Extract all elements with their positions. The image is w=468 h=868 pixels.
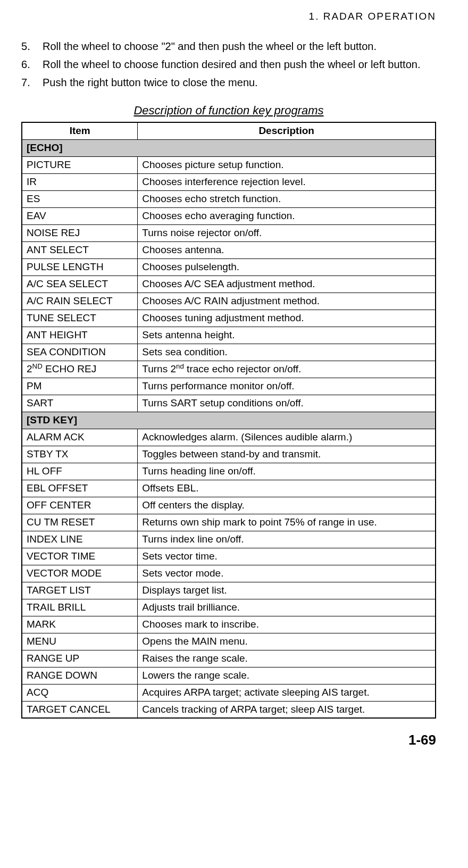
- cell-item: RANGE UP: [22, 650, 138, 667]
- step-list: Roll the wheel to choose "2" and then pu…: [21, 38, 436, 90]
- table-row: A/C SEA SELECTChooses A/C SEA adjustment…: [22, 276, 436, 293]
- table-row: PICTUREChooses picture setup function.: [22, 156, 436, 173]
- table-row: TUNE SELECTChooses tuning adjustment met…: [22, 310, 436, 327]
- cell-description: Chooses echo stretch function.: [138, 190, 436, 207]
- cell-item: TARGET LIST: [22, 582, 138, 599]
- cell-description: Chooses interference rejection level.: [138, 173, 436, 190]
- page-header: 1. RADAR OPERATION: [21, 11, 436, 22]
- col-header-item: Item: [22, 122, 138, 139]
- table-row: VECTOR MODESets vector mode.: [22, 565, 436, 582]
- cell-item: A/C SEA SELECT: [22, 276, 138, 293]
- cell-item: SEA CONDITION: [22, 344, 138, 361]
- cell-item: ALARM ACK: [22, 429, 138, 446]
- cell-description: Sets antenna height.: [138, 327, 436, 344]
- cell-item: ANT SELECT: [22, 241, 138, 258]
- cell-description: Sets vector mode.: [138, 565, 436, 582]
- cell-item: INDEX LINE: [22, 531, 138, 548]
- table-row: SEA CONDITIONSets sea condition.: [22, 344, 436, 361]
- cell-item: IR: [22, 173, 138, 190]
- cell-description: Turns noise rejector on/off.: [138, 224, 436, 241]
- step-item: Push the right button twice to close the…: [21, 74, 436, 90]
- cell-description: Chooses echo averaging function.: [138, 207, 436, 224]
- cell-description: Chooses pulselength.: [138, 258, 436, 276]
- table-row: ANT HEIGHTSets antenna height.: [22, 327, 436, 344]
- cell-item: OFF CENTER: [22, 497, 138, 514]
- table-row: ESChooses echo stretch function.: [22, 190, 436, 207]
- cell-item: CU TM RESET: [22, 514, 138, 531]
- cell-item: VECTOR MODE: [22, 565, 138, 582]
- table-row: TRAIL BRILLAdjusts trail brilliance.: [22, 599, 436, 616]
- table-row: EBL OFFSETOffsets EBL.: [22, 480, 436, 497]
- cell-item: TUNE SELECT: [22, 310, 138, 327]
- table-body: [ECHO]PICTUREChooses picture setup funct…: [22, 139, 436, 718]
- table-row: INDEX LINETurns index line on/off.: [22, 531, 436, 548]
- cell-item: VECTOR TIME: [22, 548, 138, 565]
- cell-description: Toggles between stand-by and transmit.: [138, 446, 436, 463]
- cell-description: Offsets EBL.: [138, 480, 436, 497]
- cell-description: Chooses mark to inscribe.: [138, 616, 436, 633]
- cell-description: Acknowledges alarm. (Silences audible al…: [138, 429, 436, 446]
- table-row: MENUOpens the MAIN menu.: [22, 633, 436, 650]
- table-title: Description of function key programs: [21, 104, 436, 118]
- table-row: 2ND ECHO REJTurns 2nd trace echo rejecto…: [22, 361, 436, 378]
- cell-description: Sets vector time.: [138, 548, 436, 565]
- table-row: ACQAcquires ARPA target; activate sleepi…: [22, 684, 436, 701]
- page-number: 1-69: [21, 732, 436, 748]
- table-row: PULSE LENGTHChooses pulselength.: [22, 258, 436, 276]
- cell-item: ES: [22, 190, 138, 207]
- table-row: VECTOR TIMESets vector time.: [22, 548, 436, 565]
- table-row: ANT SELECTChooses antenna.: [22, 241, 436, 258]
- cell-item: EAV: [22, 207, 138, 224]
- cell-description: Turns index line on/off.: [138, 531, 436, 548]
- cell-description: Displays target list.: [138, 582, 436, 599]
- table-row: A/C RAIN SELECTChooses A/C RAIN adjustme…: [22, 293, 436, 310]
- cell-description: Turns performance monitor on/off.: [138, 378, 436, 395]
- table-section-row: [ECHO]: [22, 139, 436, 156]
- cell-description: Chooses A/C RAIN adjustment method.: [138, 293, 436, 310]
- table-row: STBY TXToggles between stand-by and tran…: [22, 446, 436, 463]
- table-section-label: [ECHO]: [22, 139, 436, 156]
- cell-description: Turns 2nd trace echo rejector on/off.: [138, 361, 436, 378]
- table-row: RANGE UPRaises the range scale.: [22, 650, 436, 667]
- step-item: Roll the wheel to choose function desire…: [21, 56, 436, 72]
- table-row: CU TM RESETReturns own ship mark to poin…: [22, 514, 436, 531]
- cell-description: Adjusts trail brilliance.: [138, 599, 436, 616]
- cell-description: Chooses tuning adjustment method.: [138, 310, 436, 327]
- cell-item: STBY TX: [22, 446, 138, 463]
- cell-item: PICTURE: [22, 156, 138, 173]
- cell-description: Turns SART setup conditions on/off.: [138, 395, 436, 412]
- cell-item: SART: [22, 395, 138, 412]
- cell-description: Chooses antenna.: [138, 241, 436, 258]
- table-row: OFF CENTEROff centers the display.: [22, 497, 436, 514]
- table-row: PMTurns performance monitor on/off.: [22, 378, 436, 395]
- cell-description: Off centers the display.: [138, 497, 436, 514]
- table-row: IRChooses interference rejection level.: [22, 173, 436, 190]
- table-section-label: [STD KEY]: [22, 412, 436, 429]
- cell-item: TARGET CANCEL: [22, 701, 138, 718]
- cell-description: Returns own ship mark to point 75% of ra…: [138, 514, 436, 531]
- table-row: SARTTurns SART setup conditions on/off.: [22, 395, 436, 412]
- cell-item: MENU: [22, 633, 138, 650]
- table-row: EAVChooses echo averaging function.: [22, 207, 436, 224]
- cell-description: Acquires ARPA target; activate sleeping …: [138, 684, 436, 701]
- page: 1. RADAR OPERATION Roll the wheel to cho…: [0, 0, 468, 759]
- cell-item: ACQ: [22, 684, 138, 701]
- cell-item: PM: [22, 378, 138, 395]
- table-row: HL OFFTurns heading line on/off.: [22, 463, 436, 480]
- table-row: ALARM ACKAcknowledges alarm. (Silences a…: [22, 429, 436, 446]
- cell-item: HL OFF: [22, 463, 138, 480]
- cell-item: 2ND ECHO REJ: [22, 361, 138, 378]
- cell-item: A/C RAIN SELECT: [22, 293, 138, 310]
- cell-description: Sets sea condition.: [138, 344, 436, 361]
- table-section-row: [STD KEY]: [22, 412, 436, 429]
- cell-item: MARK: [22, 616, 138, 633]
- table-row: RANGE DOWNLowers the range scale.: [22, 667, 436, 684]
- cell-item: ANT HEIGHT: [22, 327, 138, 344]
- table-header-row: Item Description: [22, 122, 436, 139]
- cell-description: Turns heading line on/off.: [138, 463, 436, 480]
- table-row: TARGET CANCELCancels tracking of ARPA ta…: [22, 701, 436, 718]
- cell-item: PULSE LENGTH: [22, 258, 138, 276]
- cell-description: Chooses picture setup function.: [138, 156, 436, 173]
- cell-description: Chooses A/C SEA adjustment method.: [138, 276, 436, 293]
- cell-item: NOISE REJ: [22, 224, 138, 241]
